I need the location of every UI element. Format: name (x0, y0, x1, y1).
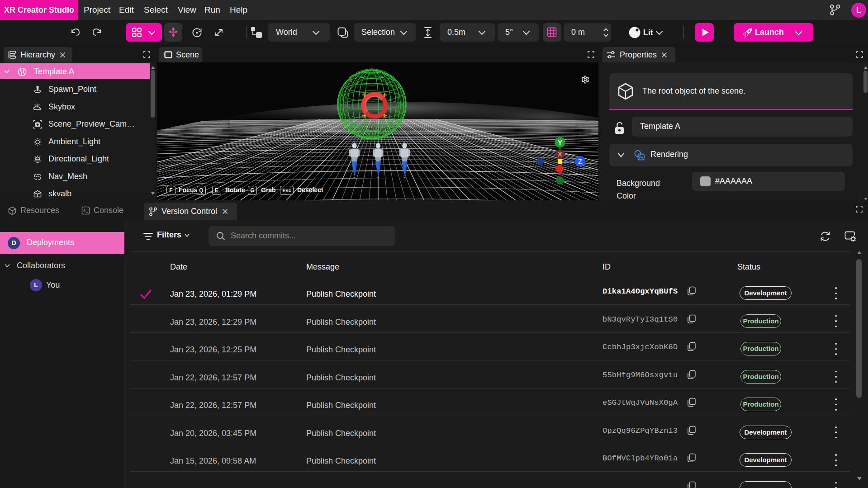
svg-text:X: X (558, 151, 562, 158)
svg-text:Z: Z (578, 157, 582, 165)
svg-text:Y: Y (558, 138, 562, 146)
